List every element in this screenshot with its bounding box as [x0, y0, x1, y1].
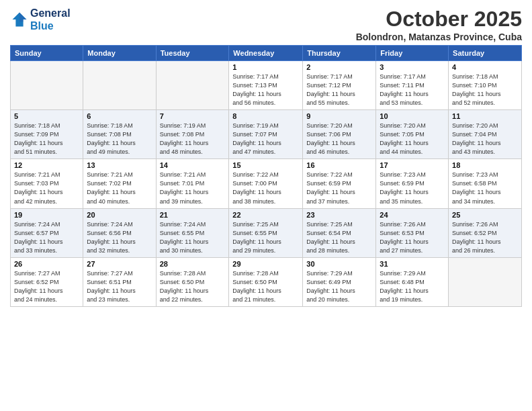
- table-row: [83, 61, 156, 110]
- day-number: 13: [87, 161, 152, 169]
- day-number: 7: [160, 112, 226, 120]
- table-row: 2Sunrise: 7:17 AM Sunset: 7:12 PM Daylig…: [303, 61, 376, 110]
- day-number: 24: [380, 211, 445, 219]
- day-number: 23: [306, 211, 372, 219]
- day-number: 27: [87, 260, 152, 268]
- table-row: 20Sunrise: 7:24 AM Sunset: 6:56 PM Dayli…: [83, 208, 156, 257]
- day-info: Sunrise: 7:25 AM Sunset: 6:55 PM Dayligh…: [232, 220, 299, 255]
- day-number: 2: [306, 63, 372, 71]
- table-row: [156, 61, 229, 110]
- day-number: 20: [87, 211, 152, 219]
- day-info: Sunrise: 7:26 AM Sunset: 6:52 PM Dayligh…: [452, 220, 518, 255]
- day-number: 3: [380, 63, 445, 71]
- day-info: Sunrise: 7:28 AM Sunset: 6:50 PM Dayligh…: [160, 269, 226, 304]
- day-number: 18: [452, 161, 518, 169]
- day-number: 1: [232, 63, 299, 71]
- table-row: 19Sunrise: 7:24 AM Sunset: 6:57 PM Dayli…: [11, 208, 83, 257]
- table-row: 30Sunrise: 7:29 AM Sunset: 6:49 PM Dayli…: [303, 257, 376, 306]
- table-row: 13Sunrise: 7:21 AM Sunset: 7:02 PM Dayli…: [83, 159, 156, 208]
- header-friday: Friday: [376, 46, 449, 61]
- day-info: Sunrise: 7:24 AM Sunset: 6:57 PM Dayligh…: [14, 220, 79, 255]
- table-row: 14Sunrise: 7:21 AM Sunset: 7:01 PM Dayli…: [156, 159, 229, 208]
- logo-icon: [10, 10, 29, 29]
- day-number: 28: [160, 260, 226, 268]
- day-number: 19: [14, 211, 79, 219]
- logo-text: General Blue: [30, 7, 71, 32]
- day-number: 25: [452, 211, 518, 219]
- calendar-week-row: 12Sunrise: 7:21 AM Sunset: 7:03 PM Dayli…: [11, 159, 522, 208]
- location-title: Bolondron, Matanzas Province, Cuba: [356, 32, 522, 42]
- day-info: Sunrise: 7:23 AM Sunset: 6:58 PM Dayligh…: [452, 171, 518, 205]
- day-info: Sunrise: 7:20 AM Sunset: 7:05 PM Dayligh…: [380, 122, 445, 156]
- calendar-table: Sunday Monday Tuesday Wednesday Thursday…: [10, 45, 522, 307]
- header-monday: Monday: [83, 46, 156, 61]
- day-info: Sunrise: 7:20 AM Sunset: 7:04 PM Dayligh…: [452, 122, 518, 156]
- day-number: 12: [14, 161, 79, 169]
- table-row: 6Sunrise: 7:18 AM Sunset: 7:08 PM Daylig…: [83, 110, 156, 159]
- table-row: [11, 61, 83, 110]
- header-sunday: Sunday: [11, 46, 83, 61]
- table-row: 15Sunrise: 7:22 AM Sunset: 7:00 PM Dayli…: [229, 159, 303, 208]
- calendar-week-row: 26Sunrise: 7:27 AM Sunset: 6:52 PM Dayli…: [11, 257, 522, 306]
- table-row: 24Sunrise: 7:26 AM Sunset: 6:53 PM Dayli…: [376, 208, 449, 257]
- table-row: 10Sunrise: 7:20 AM Sunset: 7:05 PM Dayli…: [376, 110, 449, 159]
- table-row: 9Sunrise: 7:20 AM Sunset: 7:06 PM Daylig…: [303, 110, 376, 159]
- day-info: Sunrise: 7:21 AM Sunset: 7:03 PM Dayligh…: [14, 171, 79, 205]
- day-info: Sunrise: 7:28 AM Sunset: 6:50 PM Dayligh…: [232, 269, 299, 304]
- day-info: Sunrise: 7:22 AM Sunset: 7:00 PM Dayligh…: [232, 171, 299, 205]
- table-row: 1Sunrise: 7:17 AM Sunset: 7:13 PM Daylig…: [229, 61, 303, 110]
- header-row: General Blue October 2025 Bolondron, Mat…: [10, 7, 522, 42]
- day-info: Sunrise: 7:24 AM Sunset: 6:56 PM Dayligh…: [87, 220, 152, 255]
- table-row: 11Sunrise: 7:20 AM Sunset: 7:04 PM Dayli…: [449, 110, 522, 159]
- day-number: 6: [87, 112, 152, 120]
- header-saturday: Saturday: [449, 46, 522, 61]
- table-row: 3Sunrise: 7:17 AM Sunset: 7:11 PM Daylig…: [376, 61, 449, 110]
- calendar-week-row: 19Sunrise: 7:24 AM Sunset: 6:57 PM Dayli…: [11, 208, 522, 257]
- day-info: Sunrise: 7:21 AM Sunset: 7:01 PM Dayligh…: [160, 171, 226, 205]
- day-number: 30: [306, 260, 372, 268]
- day-info: Sunrise: 7:19 AM Sunset: 7:08 PM Dayligh…: [160, 122, 226, 156]
- table-row: 31Sunrise: 7:29 AM Sunset: 6:48 PM Dayli…: [376, 257, 449, 306]
- day-number: 5: [14, 112, 79, 120]
- day-info: Sunrise: 7:18 AM Sunset: 7:09 PM Dayligh…: [14, 122, 79, 156]
- day-info: Sunrise: 7:21 AM Sunset: 7:02 PM Dayligh…: [87, 171, 152, 205]
- day-info: Sunrise: 7:19 AM Sunset: 7:07 PM Dayligh…: [232, 122, 299, 156]
- day-info: Sunrise: 7:18 AM Sunset: 7:08 PM Dayligh…: [87, 122, 152, 156]
- day-info: Sunrise: 7:29 AM Sunset: 6:49 PM Dayligh…: [306, 269, 372, 304]
- day-info: Sunrise: 7:17 AM Sunset: 7:11 PM Dayligh…: [380, 73, 445, 107]
- page-container: General Blue October 2025 Bolondron, Mat…: [0, 0, 532, 310]
- day-number: 21: [160, 211, 226, 219]
- day-number: 4: [452, 63, 518, 71]
- day-info: Sunrise: 7:25 AM Sunset: 6:54 PM Dayligh…: [306, 220, 372, 255]
- title-area: October 2025 Bolondron, Matanzas Provinc…: [356, 7, 522, 42]
- day-number: 22: [232, 211, 299, 219]
- day-info: Sunrise: 7:20 AM Sunset: 7:06 PM Dayligh…: [306, 122, 372, 156]
- day-info: Sunrise: 7:27 AM Sunset: 6:51 PM Dayligh…: [87, 269, 152, 304]
- svg-marker-1: [19, 13, 27, 22]
- table-row: 12Sunrise: 7:21 AM Sunset: 7:03 PM Dayli…: [11, 159, 83, 208]
- table-row: 21Sunrise: 7:24 AM Sunset: 6:55 PM Dayli…: [156, 208, 229, 257]
- calendar-week-row: 5Sunrise: 7:18 AM Sunset: 7:09 PM Daylig…: [11, 110, 522, 159]
- day-number: 11: [452, 112, 518, 120]
- day-info: Sunrise: 7:29 AM Sunset: 6:48 PM Dayligh…: [380, 269, 445, 304]
- table-row: 28Sunrise: 7:28 AM Sunset: 6:50 PM Dayli…: [156, 257, 229, 306]
- table-row: 25Sunrise: 7:26 AM Sunset: 6:52 PM Dayli…: [449, 208, 522, 257]
- table-row: 16Sunrise: 7:22 AM Sunset: 6:59 PM Dayli…: [303, 159, 376, 208]
- day-info: Sunrise: 7:23 AM Sunset: 6:59 PM Dayligh…: [380, 171, 445, 205]
- day-number: 29: [232, 260, 299, 268]
- table-row: 29Sunrise: 7:28 AM Sunset: 6:50 PM Dayli…: [229, 257, 303, 306]
- table-row: 26Sunrise: 7:27 AM Sunset: 6:52 PM Dayli…: [11, 257, 83, 306]
- header-wednesday: Wednesday: [229, 46, 303, 61]
- day-info: Sunrise: 7:26 AM Sunset: 6:53 PM Dayligh…: [380, 220, 445, 255]
- table-row: 17Sunrise: 7:23 AM Sunset: 6:59 PM Dayli…: [376, 159, 449, 208]
- day-number: 26: [14, 260, 79, 268]
- logo-area: General Blue: [10, 7, 71, 32]
- day-number: 31: [380, 260, 445, 268]
- day-number: 16: [306, 161, 372, 169]
- calendar-header-row: Sunday Monday Tuesday Wednesday Thursday…: [11, 46, 522, 61]
- table-row: 4Sunrise: 7:18 AM Sunset: 7:10 PM Daylig…: [449, 61, 522, 110]
- day-number: 15: [232, 161, 299, 169]
- table-row: 23Sunrise: 7:25 AM Sunset: 6:54 PM Dayli…: [303, 208, 376, 257]
- table-row: 27Sunrise: 7:27 AM Sunset: 6:51 PM Dayli…: [83, 257, 156, 306]
- header-tuesday: Tuesday: [156, 46, 229, 61]
